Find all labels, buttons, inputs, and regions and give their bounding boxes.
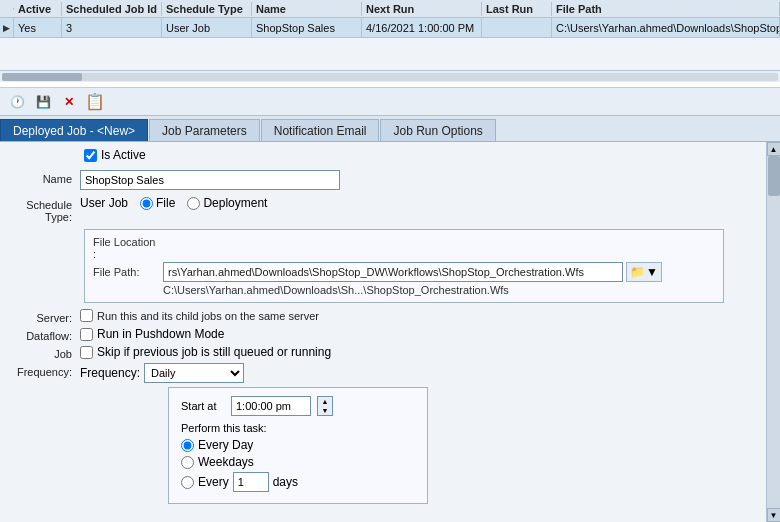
- file-browse-button[interactable]: 📁 ▼: [626, 262, 662, 282]
- frequency-text-label: Frequency:: [80, 366, 140, 380]
- file-path-label: File Path:: [93, 266, 157, 278]
- radio-file-item: File: [140, 196, 175, 210]
- browse-dropdown-icon: ▼: [646, 265, 658, 279]
- name-field: [80, 170, 766, 190]
- is-active-label: Is Active: [101, 148, 146, 162]
- perform-label: Perform this task:: [181, 422, 415, 434]
- job-row: Job Skip if previous job is still queued…: [0, 345, 766, 360]
- spin-down-button[interactable]: ▼: [318, 406, 332, 415]
- every-day-label: Every Day: [198, 438, 253, 452]
- pushdown-mode-label: Run in Pushdown Mode: [97, 327, 224, 341]
- th-schedule-type: Schedule Type: [162, 2, 252, 16]
- file-path-row: File Path: 📁 ▼: [93, 262, 715, 282]
- tab-job-run-options[interactable]: Job Run Options: [380, 119, 495, 141]
- dataflow-field: Run in Pushdown Mode: [80, 327, 766, 341]
- toolbar: 🕐 💾 ✕ 📋: [0, 88, 780, 116]
- file-path-input[interactable]: [163, 262, 623, 282]
- skip-previous-label: Skip if previous job is still queued or …: [97, 345, 331, 359]
- row-scheduled-id: 3: [62, 18, 162, 37]
- every-num-input[interactable]: [233, 472, 269, 492]
- days-label: days: [273, 475, 298, 489]
- server-field: Run this and its child jobs on the same …: [80, 309, 766, 322]
- th-next-run: Next Run: [362, 2, 482, 16]
- start-at-label: Start at: [181, 400, 225, 412]
- scroll-up-button[interactable]: ▲: [767, 142, 781, 156]
- table-header: Active Scheduled Job Id Schedule Type Na…: [0, 0, 780, 18]
- radio-file[interactable]: [140, 197, 153, 210]
- every-n-radio[interactable]: [181, 476, 194, 489]
- refresh-icon: 🕐: [10, 95, 25, 109]
- frequency-label: Frequency:: [0, 363, 80, 378]
- scroll-down-button[interactable]: ▼: [767, 508, 781, 522]
- schedule-type-field: User Job File Deployment: [80, 196, 766, 210]
- row-last-run: [482, 18, 552, 37]
- form-area: Is Active Name Schedule Type: User Job F…: [0, 142, 766, 510]
- frequency-field: Frequency: Daily Weekly Monthly Once: [80, 363, 766, 383]
- row-name: ShopStop Sales: [252, 18, 362, 37]
- is-active-row: Is Active: [84, 148, 766, 162]
- file-location-box: File Location : File Path: 📁 ▼ C:\Users\…: [84, 229, 724, 303]
- schedule-box-wrapper: Start at ▲ ▼ Perform this task: Every Da…: [84, 387, 766, 504]
- dataflow-label: Dataflow:: [0, 327, 80, 342]
- job-field: Skip if previous job is still queued or …: [80, 345, 766, 359]
- table-row[interactable]: ▶ Yes 3 User Job ShopStop Sales 4/16/202…: [0, 18, 780, 38]
- every-day-option: Every Day: [181, 438, 415, 452]
- job-table: Active Scheduled Job Id Schedule Type Na…: [0, 0, 780, 88]
- user-job-text: User Job: [80, 196, 128, 210]
- every-label: Every: [198, 475, 229, 489]
- name-label: Name: [0, 170, 80, 185]
- name-input[interactable]: [80, 170, 340, 190]
- spin-up-button[interactable]: ▲: [318, 397, 332, 406]
- pushdown-mode-checkbox[interactable]: [80, 328, 93, 341]
- refresh-button[interactable]: 🕐: [6, 91, 28, 113]
- th-name: Name: [252, 2, 362, 16]
- row-schedule-type: User Job: [162, 18, 252, 37]
- tab-deployed-job[interactable]: Deployed Job - <New>: [0, 119, 148, 141]
- same-server-checkbox[interactable]: [80, 309, 93, 322]
- same-server-label: Run this and its child jobs on the same …: [97, 310, 319, 322]
- row-arrow: ▶: [0, 18, 14, 37]
- horizontal-scrollbar[interactable]: [0, 70, 780, 82]
- time-input[interactable]: [231, 396, 311, 416]
- th-arrow: [0, 8, 14, 10]
- schedule-type-label: Schedule Type:: [0, 196, 80, 223]
- dataflow-row: Dataflow: Run in Pushdown Mode: [0, 327, 766, 342]
- export-icon: 📋: [85, 92, 105, 111]
- tab-job-parameters[interactable]: Job Parameters: [149, 119, 260, 141]
- time-spinner[interactable]: ▲ ▼: [317, 396, 333, 416]
- save-icon: 💾: [36, 95, 51, 109]
- server-row: Server: Run this and its child jobs on t…: [0, 309, 766, 324]
- weekdays-option: Weekdays: [181, 455, 415, 469]
- th-active: Active: [14, 2, 62, 16]
- export-button[interactable]: 📋: [84, 91, 106, 113]
- start-at-row: Start at ▲ ▼: [181, 396, 415, 416]
- tab-notification-email[interactable]: Notification Email: [261, 119, 380, 141]
- radio-file-label: File: [156, 196, 175, 210]
- frequency-row: Frequency: Frequency: Daily Weekly Month…: [0, 363, 766, 383]
- name-row: Name: [0, 170, 766, 190]
- job-label: Job: [0, 345, 80, 360]
- scroll-track: [767, 156, 781, 508]
- delete-icon: ✕: [64, 95, 74, 109]
- server-label: Server:: [0, 309, 80, 324]
- row-file-path: C:\Users\Yarhan.ahmed\Downloads\ShopStop…: [552, 18, 780, 37]
- schedule-box: Start at ▲ ▼ Perform this task: Every Da…: [168, 387, 428, 504]
- delete-button[interactable]: ✕: [58, 91, 80, 113]
- radio-deployment[interactable]: [187, 197, 200, 210]
- folder-icon: 📁: [630, 265, 645, 279]
- file-resolved-path: C:\Users\Yarhan.ahmed\Downloads\Sh...\Sh…: [93, 284, 715, 296]
- th-file-path: File Path: [552, 2, 780, 16]
- save-button[interactable]: 💾: [32, 91, 54, 113]
- is-active-checkbox[interactable]: [84, 149, 97, 162]
- file-location-label: File Location :: [93, 236, 157, 260]
- file-loc-header-row: File Location :: [93, 236, 715, 260]
- weekdays-radio[interactable]: [181, 456, 194, 469]
- vertical-scrollbar[interactable]: ▲ ▼: [766, 142, 780, 522]
- weekdays-label: Weekdays: [198, 455, 254, 469]
- row-next-run: 4/16/2021 1:00:00 PM: [362, 18, 482, 37]
- scroll-thumb: [768, 156, 780, 196]
- frequency-select[interactable]: Daily Weekly Monthly Once: [144, 363, 244, 383]
- every-day-radio[interactable]: [181, 439, 194, 452]
- skip-previous-checkbox[interactable]: [80, 346, 93, 359]
- th-last-run: Last Run: [482, 2, 552, 16]
